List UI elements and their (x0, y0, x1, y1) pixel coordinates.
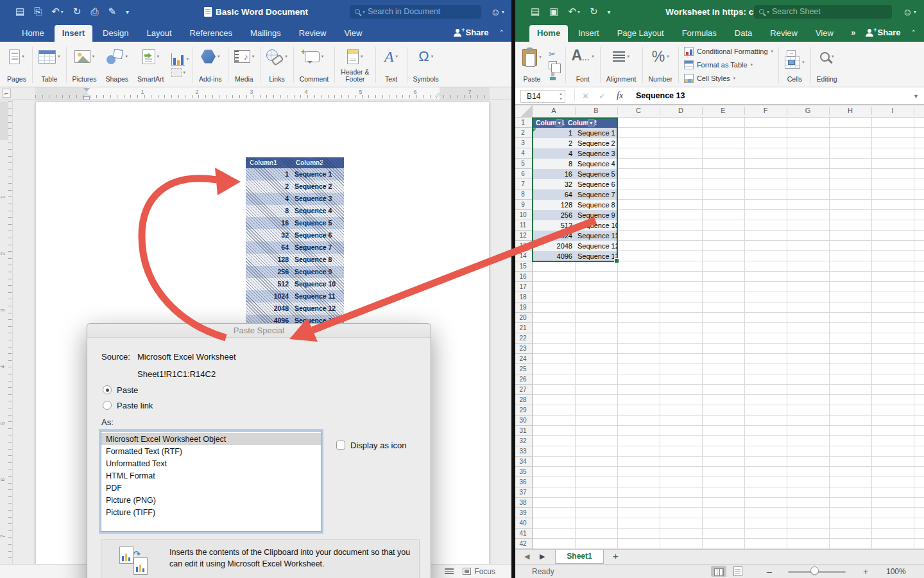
pictures-button[interactable]: ▾Pictures (68, 44, 101, 85)
cell-number[interactable]: 4096 (533, 251, 575, 261)
word-vertical-ruler[interactable]: 1234567 (0, 100, 13, 564)
word-horizontal-ruler[interactable]: 1234567 ⌐ (0, 87, 512, 100)
word-tab-view[interactable]: View (336, 25, 370, 42)
row-header-34[interactable]: 34 (515, 458, 531, 465)
row-header-33[interactable]: 33 (515, 448, 531, 455)
excel-data-table[interactable]: Column1Column21Sequence 12Sequence 24Seq… (533, 118, 617, 261)
paste-radio[interactable] (103, 385, 112, 394)
display-as-icon-label[interactable]: Display as icon (350, 441, 406, 450)
row-header-36[interactable]: 36 (515, 478, 531, 486)
cells-group-button[interactable]: ↔▾ Cells (780, 44, 809, 85)
zoom-out-button[interactable]: – (767, 566, 772, 577)
excel-search-input[interactable]: ▾ Search Sheet (754, 5, 892, 19)
name-box[interactable]: B14 ▲▼ (520, 90, 565, 103)
cell-number[interactable]: 512 (533, 220, 575, 231)
excel-tab-view[interactable]: View (808, 25, 841, 42)
format-icon[interactable]: ✎ (108, 6, 116, 17)
column-header-f[interactable]: F (764, 107, 768, 114)
cell-text[interactable]: Sequence 10 (575, 220, 617, 231)
excel-tab-review[interactable]: Review (762, 25, 805, 42)
links-button[interactable]: ▾Links (262, 44, 292, 85)
header-footer-button[interactable]: ▾Header & Footer (336, 44, 373, 85)
pages-button[interactable]: ▾Pages (3, 44, 31, 85)
row-header-9[interactable]: 9 (515, 201, 531, 208)
row-header-11[interactable]: 11 (515, 222, 531, 229)
page-layout-view-button[interactable] (733, 566, 742, 576)
table-row[interactable]: 256Sequence 9 (533, 210, 617, 220)
word-tab-home[interactable]: Home (14, 25, 52, 42)
column-header-a[interactable]: A (551, 107, 556, 114)
table-row[interactable]: 8Sequence 4 (533, 159, 617, 169)
column-header[interactable]: Column2 (565, 118, 597, 128)
toolbar-options-icon[interactable]: ▾ (126, 8, 129, 15)
excel-tab-page-layout[interactable]: Page Layout (610, 25, 672, 42)
insert-function-icon[interactable]: fx (617, 91, 623, 101)
cell-number[interactable]: 2048 (533, 241, 575, 251)
row-header-41[interactable]: 41 (515, 530, 531, 537)
symbols-button[interactable]: Ω▾Symbols (409, 44, 443, 85)
cancel-icon[interactable]: ✕ (582, 91, 589, 101)
row-header-26[interactable]: 26 (515, 376, 531, 383)
save-icon[interactable]: ▣ (549, 6, 558, 17)
cell-text[interactable]: Sequence 3 (575, 148, 617, 159)
column-header-g[interactable]: G (805, 107, 811, 114)
row-header-24[interactable]: 24 (515, 355, 531, 362)
editing-group-button[interactable]: ▾ Editing (812, 44, 842, 85)
word-tab-mailings[interactable]: Mailings (243, 25, 289, 42)
collapse-ribbon-icon[interactable]: ⌃ (911, 29, 916, 36)
column-header-h[interactable]: H (848, 107, 853, 114)
tab-overflow-button[interactable]: » (851, 28, 855, 37)
row-header-7[interactable]: 7 (515, 180, 531, 188)
table-row[interactable]: 64Sequence 7 (533, 189, 617, 200)
row-header-22[interactable]: 22 (515, 335, 531, 342)
word-tab-references[interactable]: References (182, 25, 240, 42)
row-header-5[interactable]: 5 (515, 160, 531, 167)
excel-grid[interactable]: 1234567891011121314151617181920212223242… (515, 118, 924, 549)
word-search-input[interactable]: ▾ Search in Document (350, 5, 481, 19)
row-header-42[interactable]: 42 (515, 540, 531, 547)
row-header-1[interactable]: 1 (515, 119, 531, 126)
filter-dropdown-icon[interactable] (556, 119, 563, 127)
paste-link-radio-label[interactable]: Paste link (117, 401, 153, 410)
paste-as-option[interactable]: Picture (PNG) (101, 494, 321, 506)
cell-number[interactable]: 2 (533, 138, 575, 148)
add-sheet-button[interactable]: + (613, 550, 619, 561)
table-row[interactable]: 128Sequence 8 (533, 200, 617, 210)
cell-number[interactable]: 1024 (533, 231, 575, 241)
row-header-38[interactable]: 38 (515, 499, 531, 506)
sheet-nav-left-icon[interactable]: ◀ (524, 552, 529, 561)
cell-styles-button[interactable]: Cell Styles▾ (684, 73, 773, 85)
font-group-button[interactable]: A...▾ Font (567, 44, 599, 85)
paste-as-option[interactable]: HTML Format (101, 469, 321, 482)
table-row[interactable]: 4096Sequence 13 (533, 251, 617, 261)
column-header-b[interactable]: B (594, 107, 598, 114)
table-row[interactable]: 2048Sequence 12 (533, 241, 617, 251)
table-row[interactable]: 4Sequence 3 (533, 148, 617, 159)
filter-dropdown-icon[interactable] (588, 119, 595, 127)
paste-link-radio[interactable] (103, 401, 112, 410)
row-header-16[interactable]: 16 (515, 273, 531, 280)
row-header-2[interactable]: 2 (515, 129, 531, 136)
excel-tab-data[interactable]: Data (727, 25, 760, 42)
zoom-in-button[interactable]: + (863, 566, 868, 577)
paste-as-option[interactable]: PDF (101, 482, 321, 494)
column-header[interactable]: Column1 (533, 118, 565, 128)
redo-icon[interactable]: ↻ (73, 6, 81, 17)
alignment-group-button[interactable]: ▾ Alignment (602, 44, 641, 85)
comment-button[interactable]: ▾Comment (295, 44, 334, 85)
row-header-18[interactable]: 18 (515, 293, 531, 301)
conditional-formatting-button[interactable]: Conditional Formatting▾ (684, 46, 773, 58)
row-header-13[interactable]: 13 (515, 242, 531, 249)
paste-as-listbox[interactable]: Microsoft Excel Worksheet ObjectFormatte… (101, 431, 321, 532)
table-button[interactable]: ▾Table (34, 44, 65, 85)
cell-text[interactable]: Sequence 7 (575, 189, 617, 200)
row-header-29[interactable]: 29 (515, 407, 531, 414)
excel-row-headers[interactable]: 1234567891011121314151617181920212223242… (515, 118, 533, 549)
cell-text[interactable]: Sequence 13 (575, 251, 617, 261)
row-header-37[interactable]: 37 (515, 489, 531, 496)
cell-text[interactable]: Sequence 1 (575, 128, 617, 138)
row-header-25[interactable]: 25 (515, 365, 531, 372)
tab-selector-icon[interactable]: ⌐ (2, 89, 11, 98)
cell-number[interactable]: 4 (533, 148, 575, 159)
undo-icon[interactable]: ↶▾ (568, 6, 580, 17)
